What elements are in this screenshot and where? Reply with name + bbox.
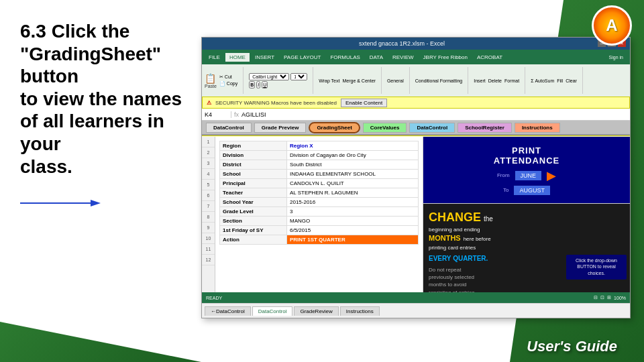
delete-cells-button[interactable]: Delete bbox=[488, 78, 502, 83]
tab-data[interactable]: DATA bbox=[366, 53, 387, 62]
font-size-select[interactable]: 11 bbox=[290, 73, 307, 80]
enable-content-button[interactable]: Enable Content bbox=[341, 99, 387, 107]
users-guide-label: User's Guide bbox=[527, 338, 617, 355]
bold-button[interactable]: B bbox=[249, 81, 255, 88]
step-line1: 6.3 Click the bbox=[20, 21, 129, 42]
row-12: 12 bbox=[202, 255, 215, 265]
format-cells-button[interactable]: Format bbox=[504, 78, 519, 83]
sign-in-link[interactable]: Sign in bbox=[605, 54, 627, 61]
change-panel: CHANGE the beginning and ending MONTHS h… bbox=[423, 204, 630, 303]
svg-marker-1 bbox=[91, 200, 101, 206]
fill-button[interactable]: Fill bbox=[557, 78, 563, 83]
paste-button[interactable]: 📋 Paste bbox=[205, 73, 217, 88]
row-3: 3 bbox=[202, 158, 215, 169]
row-1: 1 bbox=[202, 137, 215, 147]
label-section: Section bbox=[220, 217, 287, 226]
table-row: Region Region X bbox=[220, 141, 419, 151]
change-note3: months to avoid bbox=[429, 281, 625, 288]
tab-home[interactable]: HOME bbox=[225, 53, 250, 62]
tab-review[interactable]: REVIEW bbox=[388, 53, 418, 62]
value-grade-level: 3 bbox=[287, 207, 419, 217]
tab-formulas[interactable]: FORMULAS bbox=[326, 53, 364, 62]
change-word: CHANGE bbox=[429, 209, 481, 226]
sheet-tab-instructions[interactable]: Instructions bbox=[340, 306, 380, 316]
italic-button[interactable]: I bbox=[256, 81, 260, 88]
value-action: PRINT 1ST QUARTER bbox=[287, 235, 419, 245]
sheet-tab-datacont[interactable]: ←DataControl bbox=[205, 306, 251, 316]
ribbon-content: 📋 Paste ✂ Cut 📄 Copy Calibri Light 11 bbox=[202, 64, 630, 97]
tab-jbry[interactable]: JBRY Free Ribbon bbox=[419, 53, 472, 62]
editing-group: Σ AutoSum Fill Clear bbox=[531, 67, 583, 94]
click-instruction-container: Click the tan button. bbox=[20, 198, 101, 208]
background-bottom-shape bbox=[0, 295, 201, 362]
value-first-friday: 6/5/2015 bbox=[287, 226, 419, 235]
font-family-select[interactable]: Calibri Light bbox=[249, 73, 289, 80]
conditional-format-button[interactable]: Conditional Formatting bbox=[415, 78, 462, 83]
tab-data-control-nav[interactable]: DataControl bbox=[206, 123, 252, 133]
from-month-button[interactable]: JUNE bbox=[515, 171, 542, 180]
page-break-button[interactable]: ⊞ bbox=[607, 295, 611, 300]
sheet-tab-datacont2[interactable]: DataControl bbox=[252, 306, 293, 316]
table-row: Action PRINT 1ST QUARTER bbox=[220, 235, 419, 245]
cell-reference: K4 bbox=[205, 111, 231, 118]
tab-grading-sheet[interactable]: GradingSheet bbox=[309, 122, 360, 133]
merge-center-button[interactable]: Merge & Center bbox=[342, 78, 375, 83]
tab-data-control2[interactable]: DataControl bbox=[409, 123, 455, 133]
value-teacher: AL STEPHEN R. LAGUMEN bbox=[287, 188, 419, 198]
page-layout-button[interactable]: ⊡ bbox=[600, 295, 604, 300]
underline-button[interactable]: U bbox=[262, 81, 268, 88]
to-month-button[interactable]: AUGUST bbox=[514, 186, 550, 195]
label-district: District bbox=[220, 160, 287, 170]
instruction-block: 6.3 Click the "GradingSheet" button to v… bbox=[20, 20, 208, 178]
table-row: Principal CANDOLYN L. QUILIT bbox=[220, 179, 419, 188]
excel-status-bar: READY ⊟ ⊡ ⊞ 100% bbox=[202, 292, 630, 303]
cut-button[interactable]: ✂ Cut bbox=[219, 74, 237, 80]
tab-school-register[interactable]: SchoolRegister bbox=[458, 123, 512, 133]
table-row: 1st Friday of SY 6/5/2015 bbox=[220, 226, 419, 235]
months-line: MONTHS here before bbox=[429, 233, 625, 243]
sheet-tab-gradereview[interactable]: GradeReview bbox=[294, 306, 338, 316]
wrap-text-button[interactable]: Wrap Text bbox=[319, 78, 339, 83]
left-data-panel: Region Region X Division Division of Cag… bbox=[215, 137, 423, 303]
value-district: South District bbox=[287, 160, 419, 170]
value-principal: CANDOLYN L. QUILIT bbox=[287, 179, 419, 188]
value-section: MANGO bbox=[287, 217, 419, 226]
alignment-group: Wrap Text Merge & Center bbox=[319, 67, 382, 94]
from-row: From JUNE ▶ bbox=[497, 168, 556, 183]
change-subtitle: the bbox=[484, 215, 493, 224]
tab-grade-preview[interactable]: Grade Preview bbox=[254, 123, 307, 133]
ready-status: READY bbox=[206, 296, 222, 300]
step-line2: "GradingSheet" button bbox=[20, 44, 161, 87]
row-numbers: 1 2 3 4 5 6 7 8 9 10 11 12 bbox=[202, 137, 215, 303]
tab-file[interactable]: FILE bbox=[205, 53, 224, 62]
app-logo bbox=[592, 5, 632, 46]
value-division: Division of Cagayan de Oro City bbox=[287, 151, 419, 160]
tab-insert[interactable]: INSERT bbox=[251, 53, 278, 62]
tab-acrobat[interactable]: ACROBAT bbox=[473, 53, 506, 62]
autosum-button[interactable]: Σ AutoSum bbox=[531, 78, 554, 83]
row-2: 2 bbox=[202, 147, 215, 158]
value-school: INDAHAG ELEMENTARY SCHOOL bbox=[287, 170, 419, 179]
label-principal: Principal bbox=[220, 179, 287, 188]
label-teacher: Teacher bbox=[220, 188, 287, 198]
tab-core-values[interactable]: CoreValues bbox=[363, 123, 407, 133]
to-row: To AUGUST bbox=[503, 186, 550, 195]
formula-fx: fx bbox=[234, 111, 239, 118]
dropdown-info-line2: BUTTON to reveal choices. bbox=[569, 263, 624, 277]
label-region: Region bbox=[220, 141, 287, 151]
copy-button[interactable]: 📄 Copy bbox=[219, 81, 237, 86]
formula-bar: K4 fx AGILLISI bbox=[202, 109, 630, 121]
label-school-year: School Year bbox=[220, 198, 287, 207]
tab-instructions[interactable]: Instructions bbox=[515, 123, 560, 133]
nav-tabs-bar: DataControl Grade Preview GradingSheet C… bbox=[202, 121, 630, 135]
clear-button[interactable]: Clear bbox=[566, 78, 577, 83]
print-attendance-section: PRINT ATTENDANCE From JUNE ▶ To AUGUST bbox=[423, 137, 630, 204]
tab-page-layout[interactable]: PAGE LAYOUT bbox=[280, 53, 325, 62]
clipboard-group: 📋 Paste ✂ Cut 📄 Copy bbox=[205, 67, 244, 94]
row-7: 7 bbox=[202, 201, 215, 212]
table-row: District South District bbox=[220, 160, 419, 170]
normal-view-button[interactable]: ⊟ bbox=[594, 295, 598, 300]
value-region: Region X bbox=[287, 141, 419, 151]
insert-cells-button[interactable]: Insert bbox=[474, 78, 486, 83]
print-title: PRINT bbox=[512, 145, 541, 156]
